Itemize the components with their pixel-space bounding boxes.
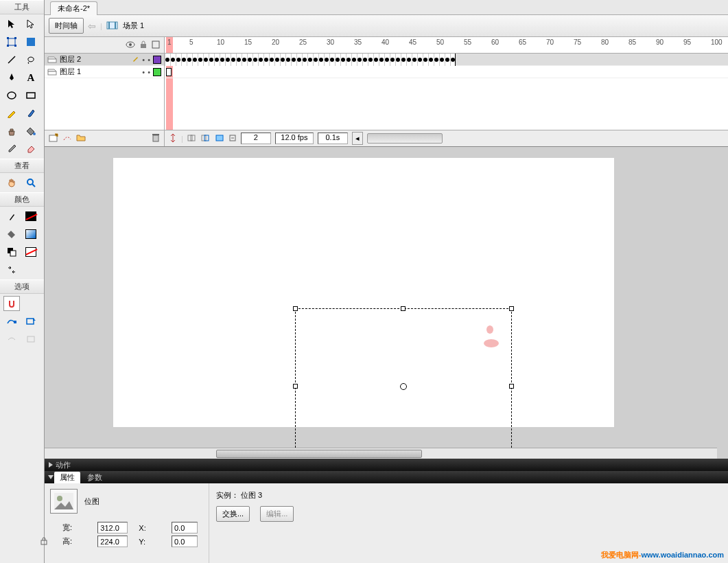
zoom-tool[interactable] xyxy=(23,175,39,190)
resize-handle-tr[interactable] xyxy=(509,306,514,311)
svg-rect-3 xyxy=(7,45,9,47)
svg-rect-25 xyxy=(48,59,56,62)
svg-point-11 xyxy=(27,179,33,185)
fill-swatch[interactable] xyxy=(23,227,39,242)
timeline-scrollbar[interactable] xyxy=(367,133,443,143)
stroke-swatch[interactable] xyxy=(23,209,39,224)
edit-multiple-icon[interactable] xyxy=(215,134,224,143)
current-frame-field[interactable]: 2 xyxy=(241,133,271,144)
line-tool[interactable] xyxy=(3,52,20,67)
text-tool[interactable]: A xyxy=(23,70,39,85)
svg-rect-33 xyxy=(204,135,209,141)
tool-grid-view xyxy=(0,173,44,192)
scene-icon xyxy=(106,21,119,32)
eyedropper-tool[interactable] xyxy=(3,141,20,157)
subselection-tool[interactable] xyxy=(23,16,39,32)
resize-handle-r[interactable] xyxy=(509,384,514,389)
svg-point-8 xyxy=(8,92,16,99)
lock-icon[interactable] xyxy=(140,41,147,50)
lasso-tool[interactable] xyxy=(23,52,39,67)
svg-rect-38 xyxy=(41,540,47,544)
svg-rect-30 xyxy=(188,135,192,141)
snap-magnet-icon[interactable] xyxy=(3,296,20,311)
actions-collapsed-bar[interactable]: 动作 xyxy=(45,459,728,471)
delete-layer-icon[interactable] xyxy=(152,133,160,143)
scene-label[interactable]: 场景 1 xyxy=(123,21,144,31)
black-white-btn[interactable] xyxy=(3,244,20,260)
tab-properties[interactable]: 属性 xyxy=(54,472,80,483)
resize-handle-t[interactable] xyxy=(401,306,406,311)
bitmap-thumb-icon xyxy=(50,489,78,514)
onion-skin-outline-icon[interactable] xyxy=(201,134,211,143)
resize-handle-l[interactable] xyxy=(293,384,298,389)
eye-icon[interactable] xyxy=(126,41,135,50)
oval-tool[interactable] xyxy=(3,88,20,103)
tools-panel: 工具 A 查看 颜色 选项 xyxy=(0,0,45,563)
layer-header xyxy=(45,37,164,54)
option-disabled2-icon xyxy=(23,332,39,347)
ink-bottle-tool[interactable] xyxy=(3,124,20,139)
layer-row[interactable]: 图层 1 •• xyxy=(45,66,164,78)
layer-color-swatch[interactable] xyxy=(153,68,161,76)
x-input[interactable] xyxy=(172,522,198,533)
fill-color[interactable] xyxy=(3,227,20,242)
pen-tool[interactable] xyxy=(3,70,20,85)
gradient-transform-tool[interactable] xyxy=(23,34,39,49)
transform-center-icon[interactable] xyxy=(400,383,407,390)
fps-field[interactable]: 12.0 fps xyxy=(275,133,314,144)
y-input[interactable] xyxy=(172,536,198,547)
layer-row[interactable]: 图层 2 •• xyxy=(45,54,164,66)
brush-tool[interactable] xyxy=(23,106,39,121)
no-color-btn[interactable] xyxy=(23,244,39,260)
rectangle-tool[interactable] xyxy=(23,88,39,103)
doc-tab[interactable]: 未命名-2* xyxy=(50,1,97,15)
expand-triangle-icon[interactable] xyxy=(49,462,53,468)
hand-tool[interactable] xyxy=(3,175,20,190)
layer-color-swatch[interactable] xyxy=(153,56,161,64)
frames-area[interactable] xyxy=(165,54,728,130)
svg-rect-19 xyxy=(108,22,110,29)
modify-markers-icon[interactable] xyxy=(228,134,237,143)
lock-aspect-icon[interactable] xyxy=(40,537,47,547)
doc-tab-bar: 未命名-2* xyxy=(45,0,728,15)
options-title: 选项 xyxy=(0,279,44,294)
tab-parameters[interactable]: 参数 xyxy=(82,472,108,483)
x-label: X: xyxy=(139,524,169,532)
frame-row[interactable] xyxy=(165,54,728,66)
free-transform-tool[interactable] xyxy=(3,34,20,49)
new-folder-icon[interactable] xyxy=(76,133,86,143)
timeline-ruler[interactable]: 1 5 10 15 20 25 30 35 40 45 50 55 60 65 … xyxy=(165,37,728,54)
option-smooth-icon[interactable] xyxy=(3,314,20,329)
swap-button[interactable]: 交换... xyxy=(216,506,250,522)
timeline-toggle-button[interactable]: 时间轴 xyxy=(49,18,84,34)
new-motion-guide-icon[interactable] xyxy=(62,133,72,143)
elapsed-time-field[interactable]: 0.1s xyxy=(318,133,348,144)
onion-skin-icon[interactable] xyxy=(187,134,197,143)
svg-rect-31 xyxy=(191,135,195,141)
selection-bounds[interactable] xyxy=(295,308,512,459)
petal-shape xyxy=(486,325,493,334)
edit-button[interactable]: 编辑... xyxy=(260,506,294,522)
stage-wrapper[interactable] xyxy=(45,147,728,459)
scroll-left-icon[interactable]: ◂ xyxy=(352,132,363,145)
svg-rect-15 xyxy=(14,321,16,323)
outline-icon[interactable] xyxy=(152,41,160,50)
svg-rect-32 xyxy=(202,135,206,141)
frame-row[interactable] xyxy=(165,66,728,78)
pencil-tool[interactable] xyxy=(3,106,20,121)
svg-line-7 xyxy=(8,56,15,63)
paint-bucket-tool[interactable] xyxy=(23,124,39,139)
center-frame-icon[interactable] xyxy=(169,133,177,144)
eraser-tool[interactable] xyxy=(23,141,39,157)
stage-scrollbar-h[interactable] xyxy=(45,448,717,459)
expand-triangle-icon[interactable] xyxy=(48,475,54,479)
selection-tool[interactable] xyxy=(3,16,20,32)
resize-handle-tl[interactable] xyxy=(293,306,298,311)
new-layer-icon[interactable] xyxy=(49,133,58,143)
back-arrow-icon[interactable]: ⇦ xyxy=(88,21,96,32)
height-input[interactable] xyxy=(97,536,128,547)
option-straighten-icon[interactable] xyxy=(23,314,39,329)
swap-colors-btn[interactable] xyxy=(3,262,20,277)
stroke-color[interactable] xyxy=(3,209,20,224)
width-input[interactable] xyxy=(97,522,128,533)
